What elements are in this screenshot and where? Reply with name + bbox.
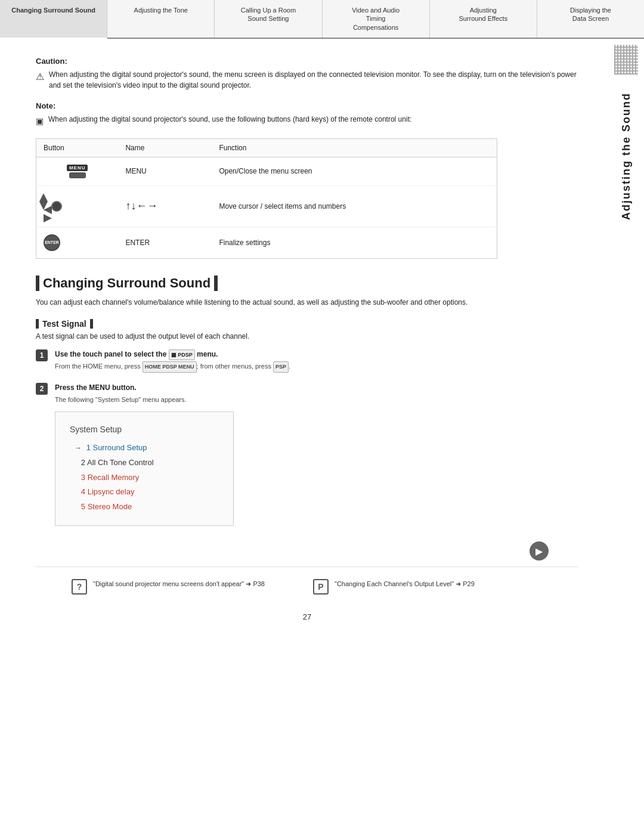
subsection-desc: A test signal can be used to adjust the … [36,332,578,340]
menu-item-3: 3 Recall Memory [75,470,219,485]
heading-bar-right [214,275,218,291]
navigation-tabs: Changing Surround Sound Adjusting the To… [0,0,644,39]
function-dpad: Move cursor / select items and numbers [212,185,497,227]
caution-section: Caution: ⚠ When adjusting the digital so… [36,57,578,91]
step-title-2: Press the MENU button. [55,382,578,394]
subsection-title: Test Signal [42,319,86,329]
menu-screenshot-box: System Setup → 1 Surround Setup 2 All Ch… [55,411,234,526]
dpad-center [51,201,62,212]
menu-item-5: 5 Stereo Mode [75,500,219,515]
page-ref-icon: P [313,579,329,595]
col-function: Function [212,138,497,157]
sub-bar-left [36,319,39,329]
caution-label: Caution: [36,57,578,66]
btn-enter-cell: ENTER [36,227,119,258]
menu-box-title: System Setup [70,423,219,436]
note-item: ▣ When adjusting the digital sound proje… [36,114,578,128]
menu-button-icon: MENU [44,165,111,178]
section-heading: Changing Surround Sound [36,275,578,291]
menu-item-1: → 1 Surround Setup [75,441,219,456]
step-sub-1: From the HOME menu, press HOME PDSP MENU… [55,361,578,372]
section-title: Changing Surround Sound [43,275,210,291]
name-dpad: ↑↓←→ [118,185,212,227]
tab-calling-room[interactable]: Calling Up a RoomSound Setting [215,0,322,38]
note-icon: ▣ [36,115,44,128]
col-name: Name [118,138,212,157]
function-menu: Open/Close the menu screen [212,157,497,185]
caution-icon: ⚠ [36,70,44,84]
tab-displaying-data[interactable]: Displaying theData Screen [537,0,644,38]
function-enter: Finalize settings [212,227,497,258]
bottom-references: ? "Digital sound projector menu screens … [36,566,578,606]
dpad-up-arrow [39,193,48,202]
tab-changing-surround[interactable]: Changing Surround Sound [0,0,107,39]
dpad-icon [44,193,70,219]
step-content-2: Press the MENU button. The following "Sy… [55,382,578,526]
name-enter: ENTER [118,227,212,258]
heading-bar-left [36,275,39,291]
psp-inline: PSP [273,361,289,372]
subsection-heading: Test Signal [36,319,578,329]
table-row: ↑↓←→ Move cursor / select items and numb… [36,185,497,227]
menu-item-2: 2 All Ch Tone Control [75,456,219,470]
step-title-1: Use the touch panel to select the ▩ PDSP… [55,349,578,360]
home-pdsp-inline: HOME PDSP MENU [143,361,197,372]
table-row: ENTER ENTER Finalize settings [36,227,497,258]
step-1: 1 Use the touch panel to select the ▩ PD… [36,349,578,373]
note-section: Note: ▣ When adjusting the digital sound… [36,101,578,128]
step-content-1: Use the touch panel to select the ▩ PDSP… [55,349,578,373]
next-page-button[interactable]: ▶ [530,541,549,561]
content-body: Caution: ⚠ When adjusting the digital so… [0,39,608,645]
arrow-indicator: → [75,444,82,452]
dpad-right-arrow [44,214,52,222]
tab-adjusting-surround[interactable]: AdjustingSurround Effects [430,0,537,38]
caution-text: When adjusting the digital sound project… [49,69,578,91]
tab-video-audio[interactable]: Video and AudioTimingCompensations [323,0,430,38]
step-sub-2: The following "System Setup" menu appear… [55,395,578,405]
btn-dpad-cell [36,185,119,227]
caution-item: ⚠ When adjusting the digital sound proje… [36,69,578,91]
ref-text-2: "Changing Each Channel's Output Level" ➜… [335,579,475,589]
bottom-nav: ▶ [36,535,578,566]
question-icon: ? [72,579,87,595]
enter-button-icon: ENTER [44,234,60,251]
note-text: When adjusting the digital sound project… [48,114,411,125]
ref-text-1: "Digital sound projector menu screens do… [93,579,265,589]
ref-item-2: P "Changing Each Channel's Output Level"… [313,579,543,595]
arrows-symbol: ↑↓←→ [125,200,157,212]
pdsp-button-inline: ▩ PDSP [169,349,195,360]
col-button: Button [36,138,119,157]
main-content: Caution: ⚠ When adjusting the digital so… [0,39,644,645]
sidebar-vertical-text: Adjusting the Sound [620,92,633,220]
ref-item-1: ? "Digital sound projector menu screens … [72,579,301,595]
name-menu: MENU [118,157,212,185]
section-intro: You can adjust each channel's volume/bal… [36,297,578,308]
button-reference-table: Button Name Function MENU MENU Open/Clos… [36,138,497,259]
sidebar-grid-decoration [614,45,638,75]
step-2: 2 Press the MENU button. The following "… [36,382,578,526]
table-row: MENU MENU Open/Close the menu screen [36,157,497,185]
btn-menu-cell: MENU [36,157,119,185]
note-label: Note: [36,101,578,110]
menu-items-list: → 1 Surround Setup 2 All Ch Tone Control… [70,441,219,515]
tab-adjusting-tone[interactable]: Adjusting the Tone [107,0,215,38]
page-number: 27 [36,606,578,627]
menu-item-4: 4 Lipsync delay [75,485,219,500]
sub-bar-right [90,319,93,329]
step-number-1: 1 [36,349,48,361]
right-sidebar: Adjusting the Sound [608,39,644,645]
step-number-2: 2 [36,383,48,395]
